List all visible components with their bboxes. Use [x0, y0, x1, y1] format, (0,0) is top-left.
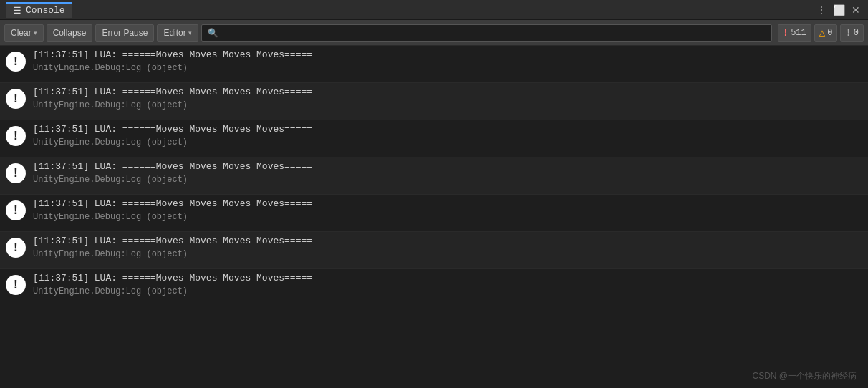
clear-arrow: ▾ [34, 29, 37, 37]
log-sub-text: UnityEngine.Debug:Log (object) [33, 62, 862, 74]
warn-badge[interactable]: △ 0 [814, 24, 838, 42]
log-text: [11:37:51] LUA: ======Moves Moves Moves … [33, 272, 862, 298]
info-icon: ! [845, 27, 851, 39]
collapse-button[interactable]: Collapse [47, 24, 93, 42]
warn-count: 0 [827, 28, 832, 38]
info-badge[interactable]: ! 0 [840, 24, 864, 42]
log-text: [11:37:51] LUA: ======Moves Moves Moves … [33, 160, 862, 186]
error-circle-icon: ! [6, 238, 26, 258]
log-main-text: [11:37:51] LUA: ======Moves Moves Moves … [33, 86, 862, 99]
error-circle-icon: ! [6, 52, 26, 72]
log-icon: ! [6, 200, 26, 220]
log-sub-text: UnityEngine.Debug:Log (object) [33, 137, 862, 149]
console-tab[interactable]: ☰ Console [6, 2, 72, 18]
warn-icon: △ [819, 26, 825, 39]
log-entry[interactable]: ! [11:37:51] LUA: ======Moves Moves Move… [0, 46, 868, 83]
error-circle-icon: ! [6, 163, 26, 183]
log-icon: ! [6, 89, 26, 109]
error-circle-icon: ! [6, 89, 26, 109]
log-icon: ! [6, 126, 26, 146]
log-entry[interactable]: ! [11:37:51] LUA: ======Moves Moves Move… [0, 195, 868, 232]
watermark: CSDN @一个快乐的神经病 [752, 370, 857, 382]
error-badge[interactable]: ! 511 [778, 24, 811, 42]
search-input[interactable] [201, 24, 772, 42]
log-text: [11:37:51] LUA: ======Moves Moves Moves … [33, 123, 862, 149]
error-count: 511 [791, 28, 806, 38]
log-text: [11:37:51] LUA: ======Moves Moves Moves … [33, 198, 862, 223]
log-main-text: [11:37:51] LUA: ======Moves Moves Moves … [33, 198, 862, 210]
editor-label: Editor [163, 28, 185, 38]
error-pause-label: Error Pause [102, 28, 148, 38]
log-icon: ! [6, 238, 26, 258]
log-sub-text: UnityEngine.Debug:Log (object) [33, 286, 862, 298]
title-bar-actions: ⋮ ⬜ ✕ [815, 4, 862, 16]
log-sub-text: UnityEngine.Debug:Log (object) [33, 174, 862, 186]
console-tab-icon: ☰ [13, 5, 21, 16]
error-icon: ! [783, 27, 789, 39]
error-circle-icon: ! [6, 200, 26, 220]
clear-label: Clear [11, 28, 32, 38]
log-text: [11:37:51] LUA: ======Moves Moves Moves … [33, 235, 862, 261]
log-sub-text: UnityEngine.Debug:Log (object) [33, 248, 862, 261]
close-button[interactable]: ✕ [849, 4, 862, 16]
log-main-text: [11:37:51] LUA: ======Moves Moves Moves … [33, 49, 862, 62]
error-circle-icon: ! [6, 126, 26, 146]
info-count: 0 [854, 28, 859, 38]
console-tab-label: Console [26, 5, 65, 16]
log-main-text: [11:37:51] LUA: ======Moves Moves Moves … [33, 272, 862, 285]
more-options-button[interactable]: ⋮ [815, 4, 828, 16]
maximize-button[interactable]: ⬜ [832, 4, 845, 16]
log-entry[interactable]: ! [11:37:51] LUA: ======Moves Moves Move… [0, 120, 868, 157]
log-sub-text: UnityEngine.Debug:Log (object) [33, 211, 862, 223]
log-entry[interactable]: ! [11:37:51] LUA: ======Moves Moves Move… [0, 232, 868, 269]
log-main-text: [11:37:51] LUA: ======Moves Moves Moves … [33, 123, 862, 136]
log-text: [11:37:51] LUA: ======Moves Moves Moves … [33, 49, 862, 74]
error-circle-icon: ! [6, 275, 26, 295]
title-bar: ☰ Console ⋮ ⬜ ✕ [0, 0, 868, 20]
log-text: [11:37:51] LUA: ======Moves Moves Moves … [33, 86, 862, 112]
log-main-text: [11:37:51] LUA: ======Moves Moves Moves … [33, 160, 862, 173]
editor-arrow: ▾ [188, 29, 192, 37]
log-icon: ! [6, 163, 26, 183]
log-icon: ! [6, 275, 26, 295]
log-entry[interactable]: ! [11:37:51] LUA: ======Moves Moves Move… [0, 269, 868, 306]
editor-button[interactable]: Editor ▾ [157, 24, 198, 42]
collapse-label: Collapse [53, 28, 87, 38]
console-content[interactable]: ! [11:37:51] LUA: ======Moves Moves Move… [0, 46, 868, 388]
log-main-text: [11:37:51] LUA: ======Moves Moves Moves … [33, 235, 862, 248]
error-pause-button[interactable]: Error Pause [95, 24, 154, 42]
badge-group: ! 511 △ 0 ! 0 [778, 24, 864, 42]
log-icon: ! [6, 52, 26, 72]
toolbar: Clear ▾ Collapse Error Pause Editor ▾ ! … [0, 20, 868, 46]
log-entry[interactable]: ! [11:37:51] LUA: ======Moves Moves Move… [0, 157, 868, 195]
log-sub-text: UnityEngine.Debug:Log (object) [33, 100, 862, 112]
clear-button[interactable]: Clear ▾ [4, 24, 44, 42]
log-entry[interactable]: ! [11:37:51] LUA: ======Moves Moves Move… [0, 83, 868, 120]
